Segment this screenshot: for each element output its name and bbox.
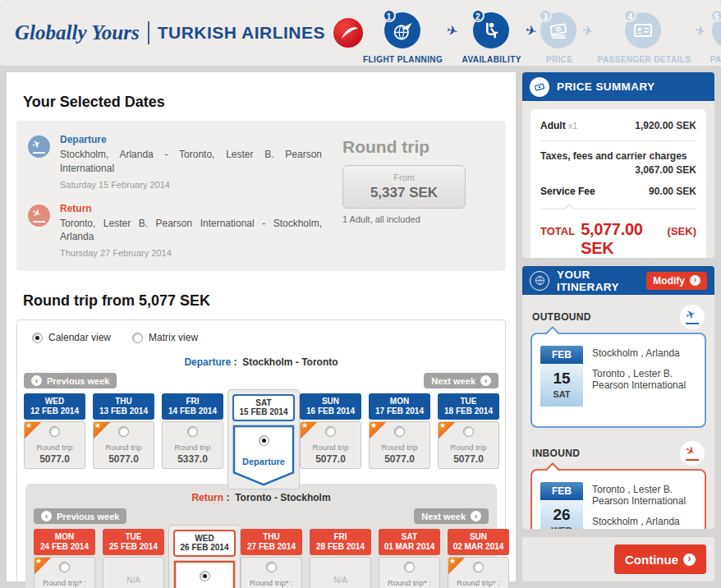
step-passenger-details[interactable]: 4 PASSENGER DETAILS (598, 12, 691, 64)
fare-option[interactable]: ★ Round trip 5077.0 (369, 421, 430, 469)
step-label: PASSENGER DETAILS (598, 55, 691, 64)
calendar-view-radio[interactable] (32, 333, 43, 343)
calendar-day[interactable]: SUN02 MAR 2014 ★ Round trip* : 5077.0 (448, 529, 509, 588)
fare-radio[interactable] (463, 426, 474, 437)
departure-label: Departure (60, 134, 322, 145)
calendar-day[interactable]: THU27 FEB 2014 ★ Round trip* : 5337.0 (241, 529, 302, 588)
fare-radio[interactable] (118, 426, 129, 437)
previous-week-button[interactable]: ‹Previous week (24, 373, 117, 388)
fare-radio[interactable] (404, 562, 415, 572)
fare-option[interactable]: ★ Round trip* : 5077.0 (448, 557, 509, 588)
selected-day-radio[interactable] (259, 435, 269, 446)
takeoff-plane-icon: ✈ (680, 305, 705, 329)
fare-radio[interactable] (473, 562, 484, 572)
previous-week-button[interactable]: ‹Previous week (34, 508, 126, 524)
day-header: WED26 FEB 2014 (173, 530, 236, 557)
day-header: TUE25 FEB 2014 (103, 529, 164, 555)
best-price-star-icon: ★ (34, 557, 52, 575)
selected-dates-box: ✈ Departure Stockholm, Arlanda - Toronto… (16, 121, 506, 271)
fare-radio[interactable] (49, 426, 60, 437)
step-number-badge: 5 (710, 9, 721, 22)
brand-slogan: Globally Yours (15, 21, 140, 44)
top-header: Globally Yours TURKISH AIRLINES 1 FLIGHT… (0, 0, 721, 66)
fare-option[interactable]: ★ Round trip* : 5337.0 (241, 557, 302, 588)
calendar-day[interactable]: MON24 FEB 2014 ★ Round trip* : 5077.0 (34, 529, 95, 588)
matrix-view-option[interactable]: Matrix view (132, 332, 198, 343)
fare-radio[interactable] (59, 562, 70, 572)
calendar-view-option[interactable]: Calendar view (32, 332, 111, 343)
step-availability[interactable]: 2 AVAILABILITY (462, 12, 521, 64)
calendar-day[interactable]: SUN16 FEB 2014 ★ Round trip 5077.0 (300, 393, 361, 469)
best-price-star-icon: ★ (93, 421, 111, 439)
next-week-button[interactable]: Next week› (424, 373, 498, 388)
day-header: SAT01 MAR 2014 (379, 529, 440, 555)
step-number-badge: 3 (539, 9, 552, 22)
fare-option[interactable]: ★ Round trip* : 5077.0 (34, 557, 95, 588)
brand-name: TURKISH AIRLINES (158, 23, 325, 43)
next-week-button[interactable]: Next week› (414, 508, 489, 524)
return-days: MON24 FEB 2014 ★ Round trip* : 5077.0 TU… (34, 529, 489, 588)
calendar-day[interactable]: FRI14 FEB 2014 ★ Round trip 5337.0 (162, 393, 223, 469)
fare-option-unavailable: N/A (310, 557, 371, 588)
logo-divider (148, 21, 149, 44)
fare-radio[interactable] (325, 426, 336, 437)
calendar-day[interactable]: TUE25 FEB 2014 N/A (103, 529, 164, 588)
calendar-day[interactable]: FRI28 FEB 2014 N/A (310, 529, 371, 588)
total-row: TOTAL 5,077.00 SEK (SEK) (540, 209, 696, 258)
step-payment[interactable]: 5 PAYMENT (710, 12, 721, 64)
money-icon (530, 77, 549, 97)
outbound-destination: Toronto , Lester B. Pearson Internationa… (592, 368, 696, 391)
day-header: SUN16 FEB 2014 (300, 393, 361, 420)
selected-return-marker[interactable]: Return (173, 560, 236, 588)
inbound-destination: Stockholm , Arlanda (592, 516, 696, 527)
calendar-day[interactable]: TUE18 FEB 2014 ★ Round trip 5077.0 (438, 393, 499, 469)
fare-radio[interactable] (187, 426, 198, 437)
itinerary-title: YOUR ITINERARY (557, 269, 639, 293)
calendar-day[interactable]: MON17 FEB 2014 ★ Round trip 5077.0 (369, 393, 430, 469)
fare-option[interactable]: ★ Round trip 5077.0 (24, 421, 85, 469)
day-header: MON17 FEB 2014 (369, 393, 430, 420)
fare-radio[interactable] (394, 426, 405, 437)
total-divider (540, 209, 696, 209)
fare-option[interactable]: ★ Round trip 5077.0 (300, 421, 361, 469)
sidebar: PRICE SUMMARY Adultx1 1,920.00 SEK Taxes… (522, 72, 714, 581)
na-label: N/A (103, 561, 163, 588)
fare-option[interactable]: ★ Round trip* : 5337.0 (379, 557, 440, 588)
matrix-view-radio[interactable] (132, 333, 143, 343)
step-label: PRICE (546, 55, 573, 64)
calendar-day[interactable]: THU13 FEB 2014 ★ Round trip 5077.0 (93, 393, 154, 469)
day-header: TUE18 FEB 2014 (438, 393, 499, 420)
plane-separator-icon: ✈ (693, 21, 707, 39)
month-label: FEB (540, 482, 583, 500)
fare-option[interactable]: ★ Round trip 5077.0 (93, 421, 154, 469)
calendar-day[interactable]: WED12 FEB 2014 ★ Round trip 5077.0 (24, 393, 85, 469)
brand-logo[interactable]: Globally Yours TURKISH AIRLINES (0, 18, 363, 48)
calendar-day-selected[interactable]: SAT15 FEB 2014 Departure (227, 389, 300, 489)
arrow-right-icon: › (683, 554, 696, 566)
calendar-day[interactable]: SAT01 MAR 2014 ★ Round trip* : 5337.0 (379, 529, 440, 588)
route-separator: : (233, 356, 237, 368)
service-fee-label: Service Fee (540, 186, 595, 197)
return-week-nav: ‹Previous week Next week› (34, 508, 489, 524)
adult-amount: 1,920.00 SEK (635, 120, 696, 131)
selected-departure-marker[interactable]: Departure (232, 425, 295, 487)
day-header: THU13 FEB 2014 (93, 393, 154, 420)
plane-separator-icon: ✈ (524, 21, 538, 39)
return-route: Toronto, Lester B. Pearson International… (60, 217, 322, 245)
fare-radio[interactable] (266, 562, 277, 572)
calendar-day-selected[interactable]: WED26 FEB 2014 Return (168, 525, 241, 588)
turkish-airlines-logo-icon (333, 18, 363, 48)
modify-button[interactable]: Modify › (646, 272, 707, 290)
continue-button[interactable]: Continue › (614, 544, 706, 574)
selected-day-radio[interactable] (200, 571, 210, 581)
fare-option[interactable]: ★ Round trip 5077.0 (438, 421, 499, 469)
month-label: FEB (540, 346, 583, 364)
step-flight-planning[interactable]: 1 FLIGHT PLANNING (363, 12, 443, 64)
fare-option[interactable]: ★ Round trip 5337.0 (162, 421, 223, 469)
price-summary-header: PRICE SUMMARY (522, 72, 714, 101)
results-heading: Round trip from 5,077 SEK (16, 292, 506, 310)
return-strip-panel: Return : Toronto - Stockholm ‹Previous w… (25, 484, 497, 588)
step-price[interactable]: 3 PRICE (540, 12, 578, 64)
outbound-card: FEB 15 SAT Stockholm , Arlanda Toronto ,… (530, 333, 706, 428)
day-of-week: SAT (540, 389, 583, 399)
